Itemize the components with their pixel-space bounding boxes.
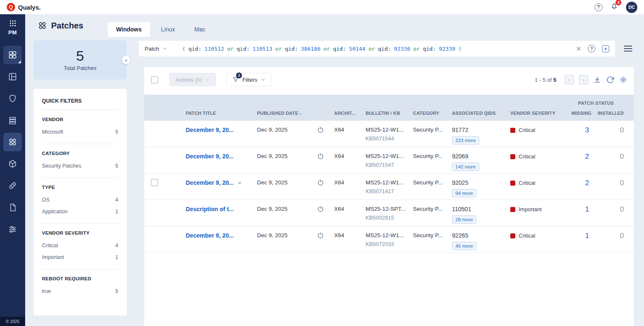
architecture: X64 [334,200,366,212]
filter-group-vendor: VENDORMicrosoft5 [42,110,118,144]
published-date: Dec 9, 2025 [257,147,314,159]
table-row[interactable]: December 9, 20...Dec 9, 2025X64MS25-12-W… [144,226,634,253]
patch-title-link[interactable]: December 9, 20... [186,179,234,186]
filter-item-label: Security Patches [42,163,81,169]
category: Security P... [413,121,452,133]
actions-button[interactable]: Actions (0) [169,73,216,86]
missing-count[interactable]: 2 [571,147,597,161]
architecture: X64 [334,147,366,159]
search-row: Patch (qid:110512orqid:110513orqid:38618… [138,40,634,57]
search-icons: × ? + [576,44,609,53]
query-token: 110512 [205,46,224,52]
col-published-date[interactable]: PUBLISHED DATE↓ [257,111,314,116]
table-row[interactable]: December 9, 20...Dec 9, 2025X64MS25-12-W… [144,147,634,173]
filter-item-security-patches[interactable]: Security Patches5 [42,160,118,172]
severity-label: Critical [519,180,535,186]
qids-more-badge[interactable]: 28 more [452,215,476,224]
missing-count[interactable]: 1 [571,200,597,214]
refresh-icon[interactable] [606,76,614,84]
pagination-total: 5 [553,77,556,83]
next-page-button[interactable]: › [579,75,588,84]
query-input[interactable]: (qid:110512orqid:110513orqid:386186orqid… [182,46,571,52]
sidebar-item-dashboard[interactable] [3,67,22,86]
main: Patches WindowsLinuxMac 5 Total Patches … [25,14,644,326]
col-installed[interactable]: INSTALLED [597,111,634,116]
filter-group-title: REBOOT REQUIRED [42,276,118,281]
left-panel: 5 Total Patches ‹ QUICK FILTERS VENDORMi… [34,40,127,326]
filter-item-label: Important [42,254,64,260]
filter-item-application[interactable]: Application1 [42,206,118,217]
tab-windows[interactable]: Windows [108,22,150,37]
help-icon[interactable]: ? [595,3,602,11]
query-token: 50144 [349,46,365,52]
add-query-icon[interactable]: + [602,45,609,52]
col-category[interactable]: CATEGORY [413,111,452,116]
filter-item-label: Microsoft [42,129,63,135]
search-scope-selector[interactable]: Patch [145,46,167,52]
reboot-required-icon [317,179,324,186]
collapse-panel-button[interactable]: ‹ [122,55,131,65]
tab-mac[interactable]: Mac [186,22,214,37]
col-bulletin-kb[interactable]: BULLETIN / KB [366,111,413,116]
sidebar-item-patch-catalog[interactable] [3,176,22,195]
col-patch-title[interactable]: PATCH TITLE [186,111,257,116]
col-associated-qids[interactable]: ASSOCIATED QIDS [452,111,510,116]
search-bar[interactable]: Patch (qid:110512orqid:110513orqid:38618… [138,40,615,57]
filters-button[interactable]: 2 Filters [226,73,271,86]
menu-icon[interactable] [624,46,632,52]
sidebar-item-security[interactable] [3,89,22,108]
dashboard-icon [8,72,17,81]
module-picker[interactable]: PM [8,19,17,36]
missing-count[interactable]: 3 [571,121,597,135]
qids-more-badge[interactable]: 142 more [452,163,479,171]
prev-page-button[interactable]: ‹ [565,75,574,84]
brand[interactable]: Q Qualys. [7,3,41,11]
table-row[interactable]: December 9, 20...Dec 9, 2025X64MS25-12-W… [144,173,634,200]
user-avatar[interactable]: DC [626,2,637,13]
filter-item-count: 1 [115,254,118,260]
patch-title-link[interactable]: Description of t... [186,206,234,212]
col-missing[interactable]: MISSING [571,111,597,116]
content: 5 Total Patches ‹ QUICK FILTERS VENDORMi… [25,37,644,326]
tab-linux[interactable]: Linux [153,22,183,37]
missing-count[interactable]: 2 [571,173,597,187]
sidebar-item-configuration[interactable] [3,220,22,238]
sidebar-item-patches[interactable] [3,133,22,151]
select-all-checkbox[interactable] [151,76,158,83]
col-architecture[interactable]: ARCHIT... [334,111,366,116]
filters-label: Filters [242,77,257,83]
missing-count[interactable]: 1 [571,226,597,240]
filter-item-important[interactable]: Important1 [42,251,118,263]
qids-more-badge[interactable]: 223 more [452,136,479,145]
search-scope-label: Patch [145,46,159,52]
patch-title-link[interactable]: December 9, 20... [186,127,234,133]
download-icon[interactable] [593,76,601,84]
sidebar-item-reports[interactable] [3,198,22,217]
apps-icon [8,50,17,60]
query-token: ) [458,46,462,52]
filter-item-critical[interactable]: Critical4 [42,240,118,251]
clear-search-icon[interactable]: × [576,44,581,53]
sidebar-item-packages[interactable] [3,155,22,173]
severity-indicator [510,233,515,238]
qids-more-badge[interactable]: 45 more [452,242,476,250]
filter-item-count: 4 [115,197,118,203]
patch-title-link[interactable]: December 9, 20... [186,232,234,239]
table-row[interactable]: Description of t...Dec 9, 2025X64MS25-12… [144,200,634,226]
search-help-icon[interactable]: ? [588,45,595,52]
filter-item-os[interactable]: OS4 [42,194,118,206]
sidebar-item-assets[interactable] [3,111,22,129]
sidebar-item-apps[interactable] [3,46,22,64]
notifications-button[interactable]: 3 [610,2,618,12]
settings-gear-icon[interactable] [619,76,627,84]
row-expand-chevron-icon[interactable] [237,180,242,186]
row-checkbox[interactable] [151,179,158,186]
filter-item-microsoft[interactable]: Microsoft5 [42,126,118,138]
col-vendor-severity[interactable]: VENDOR SEVERITY [510,111,571,116]
patch-title-link[interactable]: December 9, 20... [186,153,234,160]
filter-item-true[interactable]: true5 [42,285,118,297]
filter-group-title: VENDOR [42,117,118,122]
query-token: or [227,46,234,52]
qids-more-badge[interactable]: 94 more [452,189,476,197]
table-row[interactable]: December 9, 20...Dec 9, 2025X64MS25-12-W… [144,121,634,147]
